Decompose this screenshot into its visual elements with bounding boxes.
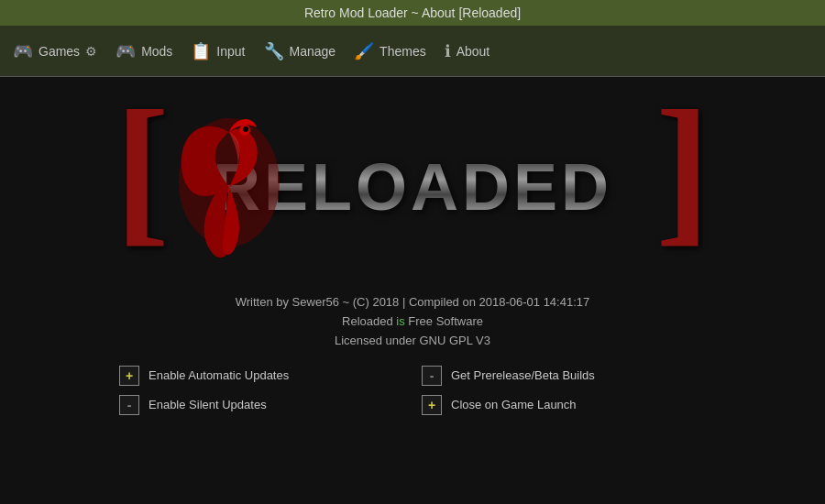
license-line1: Reloaded is Free Software (0, 312, 825, 332)
nav-item-mods[interactable]: 🎮 Mods (106, 34, 182, 69)
phoenix-logo (170, 104, 289, 260)
checkbox-prerelease[interactable]: - Get Prerelease/Beta Builds (422, 366, 706, 386)
checkbox-silent-updates-label: Enable Silent Updates (148, 398, 267, 411)
checkbox-auto-updates[interactable]: + Enable Automatic Updates (119, 366, 403, 386)
checkbox-close-on-launch[interactable]: + Close on Game Launch (422, 395, 706, 415)
logo-area: [ (0, 77, 825, 288)
gear-icon: ⚙ (85, 44, 97, 59)
checkboxes-area: + Enable Automatic Updates - Get Prerele… (101, 366, 724, 415)
license-line2: Licensed under GNU GPL V3 (0, 332, 825, 351)
is-highlight: is (396, 314, 404, 328)
nav-item-input[interactable]: 📋 Input (182, 34, 254, 69)
checkbox-close-on-launch-label: Close on Game Launch (451, 398, 577, 411)
nav-item-about[interactable]: ℹ About (435, 34, 500, 69)
checkbox-silent-updates-box[interactable]: - (119, 395, 139, 415)
checkbox-prerelease-label: Get Prerelease/Beta Builds (451, 368, 595, 382)
checkbox-silent-updates[interactable]: - Enable Silent Updates (119, 395, 403, 415)
checkbox-auto-updates-box[interactable]: + (119, 366, 139, 386)
checkbox-auto-updates-label: Enable Automatic Updates (148, 368, 289, 382)
nav-item-themes[interactable]: 🖌️ Themes (345, 34, 435, 69)
wrench-icon: 🔧 (264, 41, 284, 61)
nav-label-games: Games (38, 44, 80, 59)
checkbox-close-on-launch-box[interactable]: + (422, 395, 442, 415)
nav-label-themes: Themes (380, 44, 426, 59)
gamepad-icon: 🎮 (13, 41, 33, 61)
title-bar: Retro Mod Loader ~ About [Reloaded] (0, 0, 825, 26)
checkbox-prerelease-box[interactable]: - (422, 366, 442, 386)
bracket-left: [ (115, 86, 170, 251)
controller-icon: 🎮 (116, 41, 136, 61)
clipboard-icon: 📋 (191, 41, 211, 61)
svg-point-2 (243, 126, 248, 132)
navbar: 🎮 Games ⚙ 🎮 Mods 📋 Input 🔧 Manage 🖌️ The… (0, 26, 825, 77)
nav-item-manage[interactable]: 🔧 Manage (255, 34, 346, 69)
bracket-right: ] (655, 86, 710, 251)
nav-label-about: About (456, 44, 490, 59)
written-by-text: Written by Sewer56 ~ (C) 2018 | Compiled… (0, 295, 825, 309)
nav-item-games[interactable]: 🎮 Games ⚙ (4, 34, 106, 69)
paintbrush-icon: 🖌️ (354, 41, 374, 61)
main-content: [ (0, 77, 825, 504)
info-icon: ℹ (445, 41, 451, 61)
nav-label-manage: Manage (290, 44, 336, 59)
title-text: Retro Mod Loader ~ About [Reloaded] (304, 5, 521, 20)
nav-label-mods: Mods (141, 44, 172, 59)
license-text: Reloaded is Free Software Licensed under… (0, 312, 825, 351)
nav-label-input: Input (216, 44, 245, 59)
logo-container: [ (115, 95, 710, 279)
